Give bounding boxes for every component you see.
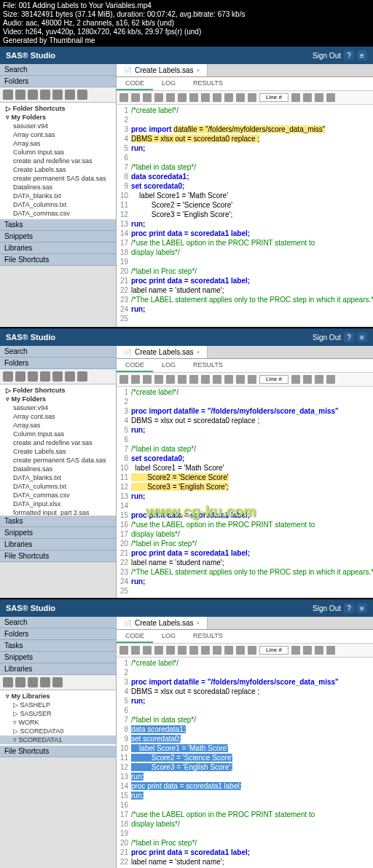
signout-link[interactable]: Sign Out [313,52,341,60]
tb-icon[interactable] [15,90,25,100]
tree-item[interactable]: DATA_blanks.txt [0,192,116,200]
tree-item[interactable]: sasuser.v94 [0,122,116,130]
subtab-log[interactable]: LOG [153,77,184,90]
tb-icon[interactable] [178,93,186,102]
footer [117,326,373,327]
run-icon[interactable] [119,93,128,102]
tb-icon[interactable] [143,93,152,102]
tb-icon[interactable] [224,93,233,102]
tb-icon[interactable] [315,93,323,102]
code-editor[interactable]: 1/*create label*/ 2 3proc import datafil… [117,105,373,326]
folder-tree: ▷ Folder Shortcuts ▿ My Folders sasuser.… [0,103,116,219]
tb-icon[interactable] [52,90,63,100]
code-editor[interactable]: 1/*create label*/ 2 3proc import datafil… [117,658,373,868]
tb-icon[interactable] [131,93,140,102]
tree-item[interactable]: DATA_commas.csv [0,209,116,218]
line-input[interactable]: Line # [259,93,288,102]
section-search[interactable]: Search [0,64,116,76]
pane-2: SAS® Studio Sign Out?≡ Search Folders ▷ … [0,328,373,598]
section-fileshortcuts[interactable]: File Shortcuts [0,254,116,266]
code-editor[interactable]: 1/*create label*/ 2 3proc import datafil… [117,387,373,598]
tb-icon[interactable] [201,93,210,102]
tree-my-folders[interactable]: ▿ My Folders [0,113,116,122]
menu-icon[interactable]: ≡ [357,50,367,60]
tree-item[interactable]: Array cont.sas [0,130,116,139]
tb-icon[interactable] [77,90,87,100]
tree-item[interactable]: Column Input.sas [0,148,116,157]
tree-item[interactable]: create permanent SAS data.sas [0,174,116,183]
app-header: SAS® Studio Sign Out ? ≡ [0,47,373,64]
section-folders[interactable]: Folders [0,76,116,87]
tb-icon[interactable] [3,90,13,100]
close-icon[interactable]: × [197,67,200,74]
tb-icon[interactable] [248,93,256,102]
subtab-code[interactable]: CODE [117,77,153,90]
tree-item[interactable]: DATA_columns.txt [0,200,116,209]
app-title: SAS® Studio [6,51,55,60]
editor-toolbar: Line # [117,91,373,105]
file-tab[interactable]: 📄 Create Labels.sas × [117,64,208,76]
tb-icon[interactable] [213,93,221,102]
tree-item[interactable]: Create Labels.sas [0,165,116,174]
help-icon[interactable]: ? [344,50,354,60]
folder-toolbar [0,87,116,103]
section-snippets[interactable]: Snippets [0,231,116,242]
video-metadata: File: 001 Adding Labels to Your Variable… [0,0,373,47]
section-libraries[interactable]: Libraries [0,242,116,254]
tb-icon[interactable] [189,93,198,102]
tree-item[interactable]: create and redefine var.sas [0,157,116,165]
tb-icon[interactable] [154,93,163,102]
tb-icon[interactable] [40,90,50,100]
tb-icon[interactable] [65,90,75,100]
tb-icon[interactable] [291,93,300,102]
tree-item[interactable]: Array.sas [0,139,116,148]
section-tasks[interactable]: Tasks [0,219,116,231]
pane-1: SAS® Studio Sign Out ? ≡ Search Folders … [0,47,373,327]
tb-icon[interactable] [303,93,312,102]
pane-3: SAS® Studio Sign Out?≡ Search Folders Ta… [0,599,373,868]
tb-icon[interactable] [28,90,38,100]
tb-icon[interactable] [166,93,175,102]
tree-item[interactable]: Datalines.sas [0,183,116,192]
tree-folder-shortcuts[interactable]: ▷ Folder Shortcuts [0,104,116,113]
subtab-results[interactable]: RESULTS [184,77,232,90]
tb-icon[interactable] [326,93,335,102]
tb-icon[interactable] [236,93,245,102]
